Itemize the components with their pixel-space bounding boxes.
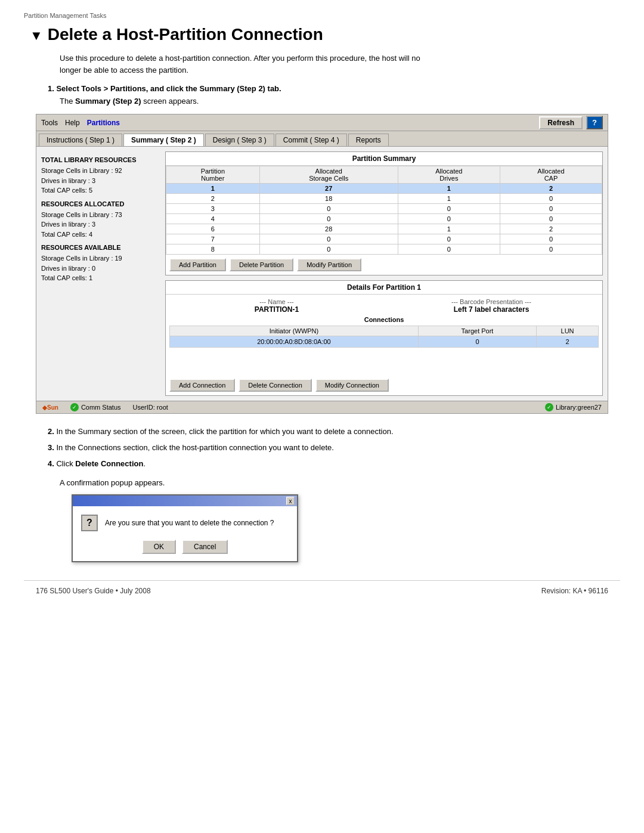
conn-buttons: Add Connection Delete Connection Modify … — [166, 375, 602, 395]
delete-connection-button[interactable]: Delete Connection — [239, 379, 312, 392]
total-resources-title: TOTAL LIBRARY RESOURCES — [41, 156, 160, 163]
partition-buttons: Add Partition Delete Partition Modify Pa… — [166, 255, 602, 275]
total-drives: Drives in library : 3 — [41, 176, 160, 186]
name-value: PARTITION-1 — [169, 305, 384, 314]
popup-ok-button[interactable]: OK — [142, 540, 176, 554]
table-row[interactable]: 8000 — [166, 244, 602, 255]
details-barcode-col: --- Barcode Presentation --- Left 7 labe… — [384, 298, 599, 314]
avail-drives: Drives in library : 0 — [41, 264, 160, 274]
tab-reports[interactable]: Reports — [348, 134, 389, 146]
allocated-title: RESOURCES ALLOCATED — [41, 200, 160, 208]
table-row[interactable]: 21810 — [166, 194, 602, 204]
tab-summary[interactable]: Summary ( Step 2 ) — [123, 134, 204, 146]
tab-commit[interactable]: Commit ( Step 4 ) — [275, 134, 347, 146]
add-connection-button[interactable]: Add Connection — [169, 379, 235, 392]
col-partition-number: PartitionNumber — [166, 166, 260, 184]
sun-logo: ◆Sun — [42, 404, 58, 411]
details-box: Details For Partition 1 --- Name --- PAR… — [165, 280, 603, 396]
delete-partition-button[interactable]: Delete Partition — [230, 258, 293, 271]
details-name-col: --- Name --- PARTITION-1 — [169, 298, 384, 314]
connections-table: Initiator (WWPN) Target Port LUN 20:00:0… — [169, 326, 599, 348]
tab-instructions[interactable]: Instructions ( Step 1 ) — [39, 134, 122, 146]
footer-left: 176 SL500 User's Guide • July 2008 — [36, 587, 151, 595]
page-footer: 176 SL500 User's Guide • July 2008 Revis… — [24, 580, 620, 601]
app-window: Tools Help Partitions Refresh ? Instruct… — [36, 114, 608, 414]
breadcrumb: Partition Management Tasks — [24, 12, 620, 19]
popup-desc: A confirmation popup appears. — [24, 478, 620, 487]
alloc-storage: Storage Cells in Library : 73 — [41, 210, 160, 220]
total-storage: Storage Cells in Library : 92 — [41, 166, 160, 176]
list-item[interactable]: 20:00:00:A0:8D:08:0A:0002 — [170, 336, 599, 348]
modify-connection-button[interactable]: Modify Connection — [315, 379, 389, 392]
details-inner: --- Name --- PARTITION-1 --- Barcode Pre… — [166, 295, 602, 375]
table-row[interactable]: 62812 — [166, 224, 602, 234]
available-title: RESOURCES AVAILABLE — [41, 244, 160, 251]
col-initiator: Initiator (WWPN) — [170, 326, 419, 336]
tab-design[interactable]: Design ( Step 3 ) — [205, 134, 274, 146]
comm-status-item: ✓ Comm Status — [70, 403, 121, 411]
popup-question-icon: ? — [81, 515, 98, 531]
popup-titlebar: x — [73, 496, 297, 506]
right-panel: Partition Summary PartitionNumber Alloca… — [165, 151, 603, 396]
intro-text: Use this procedure to delete a host-part… — [24, 52, 441, 76]
numbered-steps: 2. In the Summary section of the screen,… — [24, 426, 620, 470]
refresh-button[interactable]: Refresh — [539, 116, 583, 129]
partition-summary-box: Partition Summary PartitionNumber Alloca… — [165, 151, 603, 275]
page-title: ▼Delete a Host-Partition Connection — [24, 25, 620, 44]
col-lun: LUN — [537, 326, 599, 336]
partition-summary-title: Partition Summary — [166, 152, 602, 166]
table-row[interactable]: 4000 — [166, 214, 602, 224]
library-status-icon: ✓ — [545, 403, 553, 411]
total-cap: Total CAP cells: 5 — [41, 185, 160, 196]
col-allocated-drives: AllocatedDrives — [398, 166, 500, 184]
comm-status-icon: ✓ — [70, 403, 79, 411]
step3: 3. In the Connections section, click the… — [48, 442, 620, 454]
col-target: Target Port — [418, 326, 536, 336]
user-id-item: UserID: root — [133, 404, 168, 411]
barcode-label: --- Barcode Presentation --- — [384, 298, 599, 305]
step2: 2. In the Summary section of the screen,… — [48, 426, 620, 438]
avail-storage: Storage Cells in Library : 19 — [41, 253, 160, 264]
name-label: --- Name --- — [169, 298, 384, 305]
status-bar: ◆Sun ✓ Comm Status UserID: root ✓ Librar… — [36, 401, 608, 413]
menu-tools[interactable]: Tools — [41, 119, 58, 127]
triangle-icon: ▼ — [30, 28, 43, 43]
popup-box: x ? Are you sure that you want to delete… — [72, 494, 298, 562]
popup-message: Are you sure that you want to delete the… — [105, 519, 274, 527]
details-title: Details For Partition 1 — [166, 281, 602, 295]
library-label: Library:green27 — [556, 404, 602, 411]
menu-bar: Tools Help Partitions Refresh ? — [36, 114, 608, 131]
col-allocated-storage: AllocatedStorage Cells — [259, 166, 398, 184]
table-row[interactable]: 7000 — [166, 234, 602, 244]
footer-right: Revision: KA • 96116 — [541, 587, 608, 595]
tabs-row: Instructions ( Step 1 ) Summary ( Step 2… — [36, 131, 608, 147]
user-id-label: UserID: root — [133, 404, 168, 411]
main-content: TOTAL LIBRARY RESOURCES Storage Cells in… — [36, 147, 608, 401]
menu-partitions[interactable]: Partitions — [87, 119, 120, 127]
popup-close-button[interactable]: x — [286, 497, 295, 505]
table-row[interactable]: 12712 — [166, 184, 602, 194]
comm-status-label: Comm Status — [81, 404, 121, 411]
avail-cap: Total CAP cells: 1 — [41, 273, 160, 283]
modify-partition-button[interactable]: Modify Partition — [297, 258, 361, 271]
table-row[interactable]: 3000 — [166, 204, 602, 214]
help-button[interactable]: ? — [586, 116, 603, 129]
col-allocated-cap: AllocatedCAP — [500, 166, 602, 184]
library-item: ✓ Library:green27 — [545, 403, 602, 411]
popup-cancel-button[interactable]: Cancel — [182, 540, 228, 554]
sun-logo-item: ◆Sun — [42, 404, 58, 411]
alloc-drives: Drives in library : 3 — [41, 219, 160, 230]
connections-title: Connections — [169, 316, 599, 323]
step4: 4. Click Delete Connection. — [48, 458, 620, 470]
popup-body: ? Are you sure that you want to delete t… — [73, 506, 297, 540]
left-panel: TOTAL LIBRARY RESOURCES Storage Cells in… — [41, 151, 160, 396]
step1-sub: The Summary (Step 2) screen appears. — [24, 97, 620, 106]
menu-help[interactable]: Help — [65, 119, 80, 127]
alloc-cap: Total CAP cells: 4 — [41, 230, 160, 240]
barcode-value: Left 7 label characters — [384, 305, 599, 314]
partition-table: PartitionNumber AllocatedStorage Cells A… — [166, 166, 602, 255]
step1-label: 1. Select Tools > Partitions, and click … — [24, 84, 620, 93]
add-partition-button[interactable]: Add Partition — [169, 258, 226, 271]
popup-buttons: OK Cancel — [73, 540, 297, 561]
details-name-row: --- Name --- PARTITION-1 --- Barcode Pre… — [169, 298, 599, 314]
